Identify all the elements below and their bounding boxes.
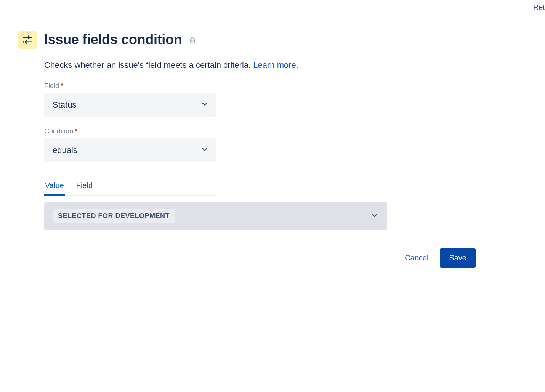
- chevron-down-icon: [200, 100, 209, 110]
- chevron-down-icon: [370, 211, 379, 221]
- config-panel: Issue fields condition Checks whether an…: [0, 0, 545, 268]
- field-select[interactable]: Status: [44, 93, 216, 117]
- field-group-condition: Condition* equals: [44, 127, 494, 162]
- cancel-button[interactable]: Cancel: [402, 249, 431, 267]
- value-select[interactable]: SELECTED FOR DEVELOPMENT: [44, 202, 387, 230]
- field-group-field: Field* Status: [44, 82, 494, 117]
- header-row: Issue fields condition: [18, 31, 527, 49]
- svg-point-0: [30, 37, 32, 38]
- footer-buttons: Cancel Save: [18, 248, 479, 268]
- tab-field[interactable]: Field: [75, 177, 93, 196]
- svg-point-1: [23, 41, 24, 43]
- description-text: Checks whether an issue's field meets a …: [44, 59, 494, 71]
- required-marker: *: [75, 127, 77, 135]
- chevron-down-icon: [200, 145, 209, 155]
- content-area: Checks whether an issue's field meets a …: [44, 59, 494, 230]
- value-chip: SELECTED FOR DEVELOPMENT: [53, 209, 175, 223]
- tab-bar: Value Field: [44, 177, 216, 196]
- condition-select-value: equals: [53, 145, 77, 155]
- learn-more-link[interactable]: Learn more.: [253, 60, 298, 70]
- top-right-link[interactable]: Ret: [533, 3, 545, 12]
- field-select-value: Status: [53, 100, 76, 110]
- condition-icon: [18, 31, 37, 49]
- condition-label: Condition*: [44, 127, 494, 135]
- page-title: Issue fields condition: [44, 32, 196, 48]
- field-label: Field*: [44, 82, 494, 90]
- required-marker: *: [61, 82, 63, 90]
- condition-select[interactable]: equals: [44, 138, 216, 162]
- delete-icon[interactable]: [189, 36, 196, 45]
- tab-value[interactable]: Value: [44, 177, 65, 196]
- save-button[interactable]: Save: [440, 248, 476, 268]
